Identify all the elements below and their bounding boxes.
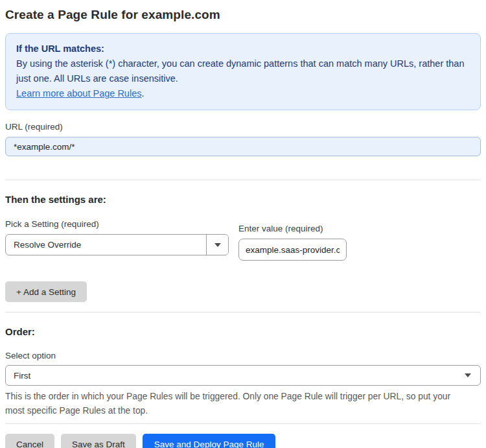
order-dropdown[interactable]: First: [5, 365, 481, 386]
page-title: Create a Page Rule for example.com: [5, 8, 481, 22]
info-box-link-line: Learn more about Page Rules.: [16, 86, 470, 101]
divider: [5, 312, 481, 312]
setting-picker-arrow-button[interactable]: [206, 235, 228, 255]
order-select-label: Select option: [5, 351, 481, 360]
url-label: URL (required): [5, 122, 481, 132]
save-as-draft-button[interactable]: Save as Draft: [61, 434, 136, 448]
url-matches-info-box: If the URL matches: By using the asteris…: [5, 33, 481, 110]
url-section: URL (required): [5, 122, 481, 156]
info-box-body: By using the asterisk (*) character, you…: [16, 56, 470, 86]
setting-value-input[interactable]: [238, 239, 347, 261]
link-suffix: .: [141, 88, 144, 99]
setting-picker-dropdown[interactable]: Resolve Override: [5, 234, 229, 255]
add-setting-button[interactable]: + Add a Setting: [5, 281, 87, 302]
save-and-deploy-button[interactable]: Save and Deploy Page Rule: [143, 434, 276, 448]
divider: [5, 180, 481, 180]
chevron-down-icon: [465, 373, 471, 377]
order-heading: Order:: [5, 326, 481, 337]
settings-heading: Then the settings are:: [5, 194, 481, 205]
info-box-heading: If the URL matches:: [16, 41, 470, 56]
settings-row: Pick a Setting (required) Resolve Overri…: [5, 219, 481, 261]
value-column: Enter value (required): [238, 219, 347, 261]
url-input[interactable]: [5, 137, 481, 156]
divider: [5, 423, 481, 424]
enter-value-label: Enter value (required): [238, 224, 347, 233]
setting-picker-value: Resolve Override: [6, 235, 206, 255]
cancel-button[interactable]: Cancel: [5, 434, 54, 448]
actions-row: Cancel Save as Draft Save and Deploy Pag…: [5, 434, 481, 448]
order-selected-value: First: [14, 371, 30, 381]
chevron-down-icon: [214, 243, 221, 247]
setting-picker-label: Pick a Setting (required): [5, 219, 229, 229]
setting-picker-column: Pick a Setting (required) Resolve Overri…: [5, 219, 229, 255]
order-help-text: This is the order in which your Page Rul…: [5, 390, 472, 418]
learn-more-link[interactable]: Learn more about Page Rules: [16, 88, 141, 99]
